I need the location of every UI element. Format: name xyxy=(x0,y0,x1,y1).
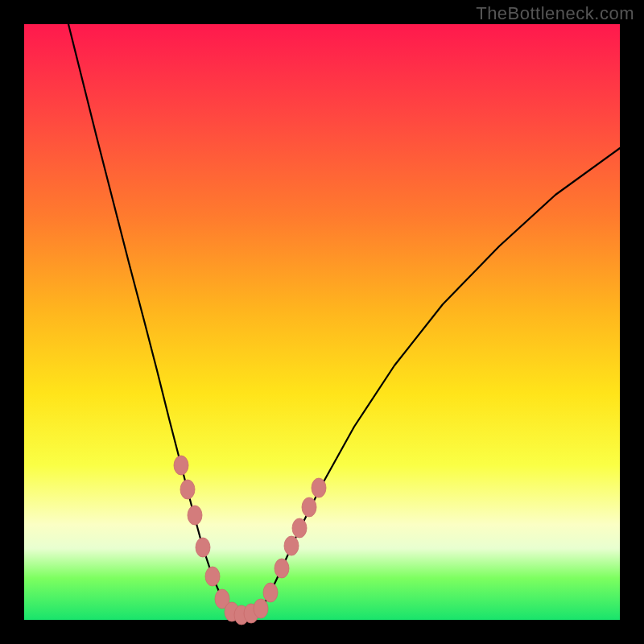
watermark-text: TheBottleneck.com xyxy=(476,3,634,24)
curve-marker xyxy=(292,518,307,538)
curve-marker xyxy=(174,456,188,475)
curve-marker xyxy=(312,478,326,497)
plot-svg xyxy=(24,24,620,620)
curve-marker xyxy=(205,567,220,586)
curve-marker xyxy=(188,506,202,525)
curve-marker xyxy=(180,480,195,499)
bottleneck-curve xyxy=(68,24,620,616)
marker-group xyxy=(174,456,326,625)
curve-marker xyxy=(263,583,278,602)
curve-marker xyxy=(254,599,268,618)
chart-stage: TheBottleneck.com xyxy=(0,0,644,644)
curve-marker xyxy=(275,559,289,578)
curve-marker xyxy=(284,536,299,555)
plot-area xyxy=(24,24,620,620)
curve-marker xyxy=(302,497,316,517)
curve-marker xyxy=(196,538,210,557)
